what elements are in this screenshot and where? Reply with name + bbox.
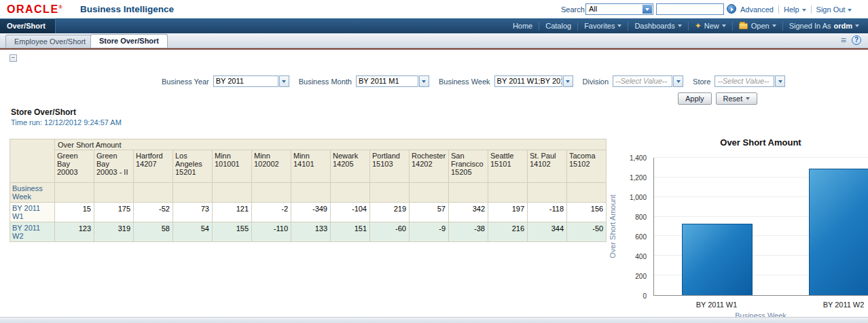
pivot-value-cell: 342 — [449, 203, 488, 222]
sign-out-label: Sign Out — [816, 5, 846, 14]
apply-button[interactable]: Apply — [678, 92, 712, 105]
registered-mark: ® — [59, 5, 62, 10]
pivot-row-header: BY 2011 W2 — [10, 222, 55, 242]
tab-strip-divider — [0, 48, 868, 50]
dropdown-arrow-icon[interactable] — [673, 75, 683, 87]
pivot-value-cell: -9 — [410, 222, 449, 242]
y-axis-tick-label: 1,200 — [630, 174, 647, 182]
business-year-prompt: BY 2011 — [213, 75, 289, 87]
dropdown-arrow-icon[interactable] — [563, 75, 573, 87]
pivot-value-cell: 73 — [173, 203, 213, 222]
pivot-column-header: Green Bay 20003 — [55, 150, 94, 183]
advanced-link[interactable]: Advanced — [740, 5, 774, 14]
pivot-value-cell: 319 — [94, 222, 134, 242]
measure-group-header: Over Short Amount — [55, 139, 607, 150]
store-prompt: --Select Value-- — [715, 75, 785, 87]
pivot-corner-cell — [10, 139, 55, 183]
pivot-value-cell: 216 — [488, 222, 528, 242]
pivot-value-cell: 57 — [410, 203, 449, 222]
chevron-down-icon — [855, 24, 859, 27]
nav-dashboards[interactable]: Dashboards — [628, 22, 687, 30]
pivot-column-header: Los Angeles 15201 — [173, 150, 213, 183]
bar-by-2011-w1[interactable] — [682, 224, 753, 295]
division-value[interactable]: --Select Value-- — [613, 75, 672, 87]
search-scope-value: All — [589, 5, 597, 13]
chevron-down-icon — [722, 24, 726, 27]
pivot-column-header: Green Bay 20003 - II — [94, 150, 134, 183]
pivot-dim-cell — [449, 183, 488, 203]
measure-header-row: Over Short Amount — [10, 139, 607, 150]
pivot-value-cell: -60 — [370, 222, 410, 242]
dropdown-arrow-icon[interactable] — [775, 75, 785, 87]
pivot-column-header: Tacoma 15102 — [567, 150, 607, 183]
pivot-column-header: Minn 14101 — [291, 150, 331, 183]
new-sparkle-icon: ✦ — [695, 21, 702, 31]
help-circle-icon[interactable]: ? — [852, 35, 861, 45]
x-axis-tick-label: BY 2011 W2 — [803, 301, 868, 309]
y-axis-tick-label: 0 — [643, 292, 647, 300]
pivot-column-header: Portland 15103 — [370, 150, 410, 183]
dashboard-section-tab[interactable]: Over/Short — [0, 18, 56, 33]
row-dimension-row: Business Week — [10, 183, 607, 203]
pivot-dim-cell — [528, 183, 567, 203]
chevron-down-icon — [802, 9, 806, 12]
search-go-icon[interactable] — [727, 4, 736, 14]
pivot-dim-cell — [134, 183, 173, 203]
nav-home[interactable]: Home — [507, 22, 539, 30]
global-header: ORACLE® Business Intelligence Search All… — [0, 0, 868, 18]
help-menu[interactable]: Help — [784, 5, 806, 14]
pivot-value-cell: 219 — [370, 203, 410, 222]
pivot-column-header: Newark 14205 — [331, 150, 370, 183]
nav-favorites[interactable]: Favorites — [578, 22, 628, 30]
business-month-prompt: BY 2011 M1 — [356, 75, 429, 87]
pivot-dim-cell — [331, 183, 370, 203]
store-label: Store — [693, 78, 710, 86]
tab-store-over-short[interactable]: Store Over/Short — [90, 34, 168, 48]
chart-plot-area — [653, 158, 868, 296]
pivot-dim-cell — [567, 183, 607, 203]
open-label: Open — [751, 22, 770, 30]
reset-button[interactable]: Reset — [716, 92, 758, 105]
store-value[interactable]: --Select Value-- — [715, 75, 774, 87]
pivot-value-cell: 121 — [213, 203, 252, 222]
gridline — [654, 157, 868, 158]
search-label: Search — [561, 5, 585, 14]
pivot-value-cell: -50 — [567, 222, 607, 242]
nav-new[interactable]: ✦New — [689, 21, 732, 31]
pivot-value-cell: -110 — [252, 222, 291, 242]
dropdown-arrow-icon[interactable] — [419, 75, 429, 87]
open-folder-icon — [739, 23, 748, 29]
pivot-column-header: Rochester 14202 — [410, 150, 449, 183]
tab-employee-over-short[interactable]: Employee Over/Short — [5, 35, 94, 48]
favorites-label: Favorites — [584, 22, 615, 30]
search-scope-select[interactable]: All — [585, 3, 653, 15]
nav-catalog[interactable]: Catalog — [539, 22, 577, 30]
table-row: BY 2011 W115175-5273121-2-349-1042195734… — [10, 203, 607, 222]
pivot-value-cell: 156 — [567, 203, 607, 222]
bar-by-2011-w2[interactable] — [809, 169, 868, 295]
horizontal-scrollbar-track[interactable] — [0, 317, 868, 323]
page-options-icon[interactable]: ≡ — [841, 35, 846, 45]
business-year-value[interactable]: BY 2011 — [213, 75, 278, 87]
business-week-prompt: BY 2011 W1;BY 2011 — [494, 75, 573, 87]
nav-open[interactable]: Open — [733, 22, 782, 30]
pivot-value-cell: 54 — [173, 222, 213, 242]
signed-in-as-label: Signed In As — [789, 22, 831, 30]
search-input[interactable] — [656, 3, 724, 15]
business-week-value[interactable]: BY 2011 W1;BY 2011 — [494, 75, 562, 87]
sign-out-menu[interactable]: Sign Out — [816, 5, 852, 14]
navbar-links: Home Catalog Favorites Dashboards ✦New O… — [507, 18, 865, 33]
y-axis-tick-label: 800 — [635, 214, 647, 221]
pivot-dim-cell — [213, 183, 252, 203]
x-axis-tick-label: BY 2011 W1 — [676, 301, 757, 309]
pivot-value-cell: 197 — [488, 203, 528, 222]
business-month-value[interactable]: BY 2011 M1 — [356, 75, 418, 87]
nav-signed-in-as[interactable]: Signed In Asordm — [783, 22, 865, 30]
dropdown-arrow-icon[interactable] — [279, 75, 289, 87]
select-arrow-icon[interactable] — [643, 5, 652, 14]
pivot-column-header: Seattle 15101 — [488, 150, 528, 183]
collapse-section-button[interactable]: − — [10, 54, 17, 62]
chevron-down-icon — [848, 9, 852, 12]
pivot-value-cell: -349 — [291, 203, 331, 222]
dashboards-label: Dashboards — [634, 22, 674, 30]
